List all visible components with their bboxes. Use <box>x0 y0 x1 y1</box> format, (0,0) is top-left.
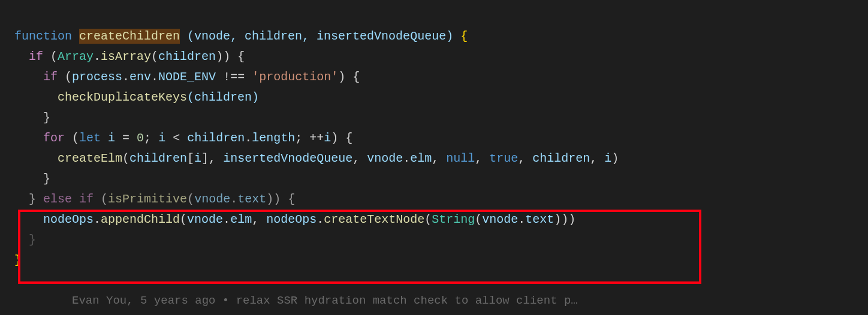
keyword-let: let <box>79 131 101 145</box>
paren: ( <box>122 152 129 165</box>
git-blame-annotation: Evan You, 5 years ago • relax SSR hydrat… <box>72 291 578 310</box>
fn-checkdupkeys: checkDuplicateKeys <box>58 90 187 104</box>
indent <box>14 70 43 84</box>
prop-elm: elm <box>410 152 432 165</box>
function-name-highlighted: createChildren <box>79 29 180 44</box>
code-line-5[interactable]: } <box>14 108 868 128</box>
var-nodeops: nodeOps <box>43 213 94 226</box>
indent <box>14 111 43 125</box>
indent <box>14 192 29 206</box>
semi: ; ++ <box>295 131 324 145</box>
close-brace: } <box>43 111 50 125</box>
var-nodeops2: nodeOps <box>266 213 317 226</box>
code-line-7[interactable]: createElm(children[i], insertedVnodeQueu… <box>14 149 868 169</box>
indent <box>14 233 29 247</box>
code-line-6[interactable]: for (let i = 0; i < children.length; ++i… <box>14 128 868 149</box>
class-string: String <box>432 213 475 226</box>
code-line-12[interactable]: } <box>14 250 868 271</box>
var-i2: i <box>158 131 165 145</box>
keyword-for: for <box>43 131 65 145</box>
code-line-10[interactable]: nodeOps.appendChild(vnode.elm, nodeOps.c… <box>14 210 868 230</box>
paren: ( <box>101 192 108 206</box>
keyword-if: if <box>43 70 58 84</box>
dot: . <box>223 213 230 226</box>
open-brace: { <box>460 29 468 43</box>
comma: , <box>475 152 489 165</box>
var-children: children <box>187 131 245 145</box>
number-zero: 0 <box>137 131 144 145</box>
indent <box>14 152 58 165</box>
close: )) { <box>266 192 295 206</box>
code-line-1[interactable]: function createChildren (vnode, children… <box>14 6 868 47</box>
close: ) <box>611 152 619 165</box>
close-brace: } <box>43 172 50 186</box>
semi: ; <box>144 131 158 145</box>
code-line-9[interactable]: } else if (isPrimitive(vnode.text)) { <box>14 189 868 210</box>
indent <box>14 213 43 226</box>
indent <box>14 90 58 104</box>
var-children: children <box>129 152 187 165</box>
dot: . <box>230 192 237 206</box>
var-i: i <box>101 131 122 145</box>
var-vnode2: vnode <box>482 213 518 226</box>
paren: ( <box>65 131 79 145</box>
class-array: Array <box>58 50 94 63</box>
bracket: [ <box>187 152 194 165</box>
dot: . <box>151 70 158 84</box>
var-vnode: vnode <box>187 213 223 226</box>
punct: ( <box>58 70 72 84</box>
paren-close: )) <box>216 50 230 63</box>
indent <box>14 131 43 145</box>
var-children2: children <box>532 152 590 165</box>
paren: ( <box>475 213 482 226</box>
lt: < <box>165 131 187 145</box>
keyword-function: function <box>14 29 72 43</box>
close-brace: } <box>29 233 36 247</box>
fn-appendchild: appendChild <box>101 213 180 226</box>
string-production: 'production' <box>252 70 338 84</box>
keyword-elseif: else if <box>36 192 101 206</box>
dot: . <box>403 152 410 165</box>
comma: , <box>352 152 367 165</box>
code-line-2[interactable]: if (Array.isArray(children)) { <box>14 47 868 67</box>
indent <box>14 172 43 186</box>
punct: ( <box>43 50 58 63</box>
code-line-11[interactable]: } <box>14 230 868 250</box>
var-vnode: vnode <box>194 192 230 206</box>
dot: . <box>518 213 525 226</box>
fn-createtextnode: createTextNode <box>324 213 424 226</box>
prop-elm: elm <box>230 213 252 226</box>
true: true <box>489 152 518 165</box>
comma: , <box>252 213 266 226</box>
code-editor[interactable]: function createChildren (vnode, children… <box>0 6 868 271</box>
var-i2: i <box>604 152 611 165</box>
comma: , <box>518 152 532 165</box>
close: ) { <box>331 131 352 145</box>
comma: , <box>432 152 446 165</box>
dot: . <box>122 70 129 84</box>
paren: ( <box>424 213 432 226</box>
keyword-if: if <box>29 50 43 63</box>
dot: . <box>94 50 101 63</box>
close-brace-final: } <box>14 253 22 267</box>
null: null <box>446 152 475 165</box>
paren: ( <box>151 50 158 63</box>
comma: , <box>590 152 604 165</box>
dot: . <box>317 213 324 226</box>
fn-isprimitive: isPrimitive <box>108 192 187 206</box>
paren: ( <box>180 213 187 226</box>
dot: . <box>94 213 101 226</box>
arg-children: children <box>158 50 216 63</box>
method-isarray: isArray <box>101 50 151 63</box>
var-ivq: insertedVnodeQueue <box>223 152 352 165</box>
brace: { <box>230 50 245 63</box>
code-line-3[interactable]: if (process.env.NODE_ENV !== 'production… <box>14 67 868 87</box>
params: (vnode, children, insertedVnodeQueue) <box>180 29 460 43</box>
code-line-4[interactable]: checkDuplicateKeys(children) <box>14 87 868 108</box>
code-line-8[interactable]: } <box>14 169 868 189</box>
prop-nodeenv: NODE_ENV <box>158 70 216 84</box>
dot: . <box>245 131 252 145</box>
var-vnode: vnode <box>367 152 403 165</box>
var-process: process <box>72 70 122 84</box>
operator-neq: !== <box>216 70 252 84</box>
